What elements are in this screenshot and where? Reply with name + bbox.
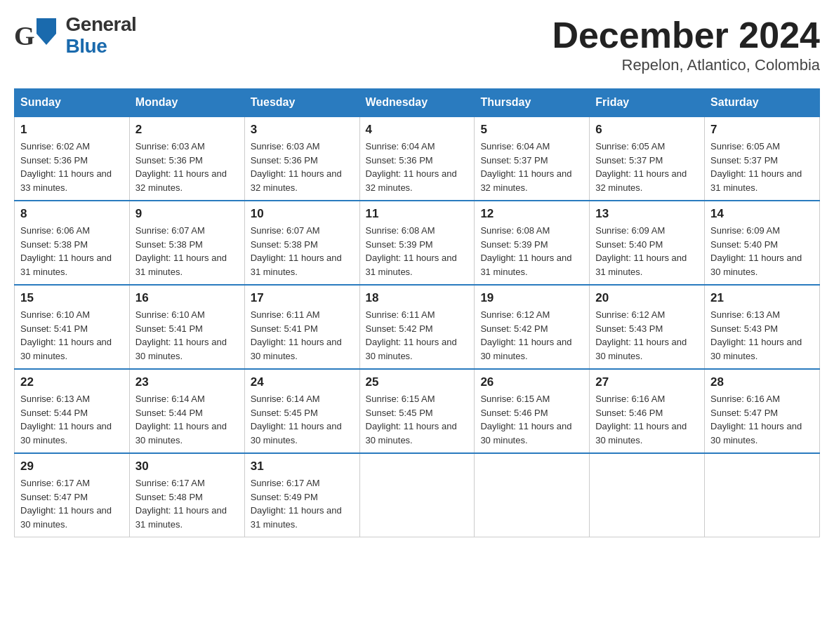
day-number: 25 <box>366 375 469 389</box>
calendar-cell <box>705 453 820 537</box>
day-number: 3 <box>251 123 354 137</box>
day-number: 10 <box>251 207 354 221</box>
page-header: G General Blue December 2024 Repelon, At… <box>14 14 820 74</box>
day-number: 20 <box>595 291 699 305</box>
day-number: 5 <box>480 123 583 137</box>
svg-marker-0 <box>37 18 56 34</box>
calendar-cell: 21Sunrise: 6:13 AMSunset: 5:43 PMDayligh… <box>705 285 820 369</box>
day-info: Sunrise: 6:11 AMSunset: 5:41 PMDaylight:… <box>251 308 354 363</box>
calendar-cell: 14Sunrise: 6:09 AMSunset: 5:40 PMDayligh… <box>705 201 820 285</box>
header-wednesday: Wednesday <box>359 89 475 117</box>
logo-general-text: General <box>66 14 137 36</box>
logo-blue-text: Blue <box>66 36 137 58</box>
day-number: 24 <box>251 375 354 389</box>
day-info: Sunrise: 6:07 AMSunset: 5:38 PMDaylight:… <box>251 224 354 279</box>
day-info: Sunrise: 6:09 AMSunset: 5:40 PMDaylight:… <box>595 224 699 279</box>
day-info: Sunrise: 6:05 AMSunset: 5:37 PMDaylight:… <box>595 140 699 194</box>
day-info: Sunrise: 6:04 AMSunset: 5:37 PMDaylight:… <box>480 140 583 194</box>
logo-g: G <box>14 22 35 49</box>
day-info: Sunrise: 6:14 AMSunset: 5:44 PMDaylight:… <box>135 392 239 447</box>
day-number: 16 <box>135 291 239 305</box>
day-info: Sunrise: 6:02 AMSunset: 5:36 PMDaylight:… <box>20 140 124 194</box>
calendar-cell: 19Sunrise: 6:12 AMSunset: 5:42 PMDayligh… <box>475 285 590 369</box>
calendar-cell: 7Sunrise: 6:05 AMSunset: 5:37 PMDaylight… <box>705 116 820 201</box>
day-info: Sunrise: 6:04 AMSunset: 5:36 PMDaylight:… <box>366 140 469 194</box>
calendar-cell: 15Sunrise: 6:10 AMSunset: 5:41 PMDayligh… <box>15 285 130 369</box>
calendar-cell: 6Sunrise: 6:05 AMSunset: 5:37 PMDaylight… <box>590 116 705 201</box>
header-sunday: Sunday <box>15 89 130 117</box>
day-info: Sunrise: 6:14 AMSunset: 5:45 PMDaylight:… <box>251 392 354 447</box>
calendar-cell: 11Sunrise: 6:08 AMSunset: 5:39 PMDayligh… <box>359 201 475 285</box>
day-number: 4 <box>366 123 469 137</box>
day-number: 26 <box>480 375 583 389</box>
calendar-cell: 30Sunrise: 6:17 AMSunset: 5:48 PMDayligh… <box>129 453 244 537</box>
day-info: Sunrise: 6:07 AMSunset: 5:38 PMDaylight:… <box>135 224 239 279</box>
calendar-cell: 20Sunrise: 6:12 AMSunset: 5:43 PMDayligh… <box>590 285 705 369</box>
day-number: 30 <box>135 459 239 474</box>
day-number: 11 <box>366 207 469 221</box>
day-number: 15 <box>20 291 124 305</box>
calendar-week-3: 15Sunrise: 6:10 AMSunset: 5:41 PMDayligh… <box>15 285 820 369</box>
calendar-cell <box>475 453 590 537</box>
calendar-cell: 13Sunrise: 6:09 AMSunset: 5:40 PMDayligh… <box>590 201 705 285</box>
day-number: 21 <box>710 291 814 305</box>
page-subtitle: Repelon, Atlantico, Colombia <box>552 56 820 74</box>
day-info: Sunrise: 6:17 AMSunset: 5:47 PMDaylight:… <box>20 476 124 531</box>
svg-marker-1 <box>37 34 56 45</box>
day-info: Sunrise: 6:16 AMSunset: 5:47 PMDaylight:… <box>710 392 814 447</box>
header-monday: Monday <box>129 89 244 117</box>
day-info: Sunrise: 6:17 AMSunset: 5:49 PMDaylight:… <box>251 476 354 531</box>
day-info: Sunrise: 6:03 AMSunset: 5:36 PMDaylight:… <box>135 140 239 194</box>
title-section: December 2024 Repelon, Atlantico, Colomb… <box>552 14 820 74</box>
calendar-cell <box>359 453 475 537</box>
calendar-week-1: 1Sunrise: 6:02 AMSunset: 5:36 PMDaylight… <box>15 116 820 201</box>
calendar-cell: 31Sunrise: 6:17 AMSunset: 5:49 PMDayligh… <box>244 453 359 537</box>
calendar-week-4: 22Sunrise: 6:13 AMSunset: 5:44 PMDayligh… <box>15 369 820 453</box>
calendar-cell: 18Sunrise: 6:11 AMSunset: 5:42 PMDayligh… <box>359 285 475 369</box>
day-info: Sunrise: 6:12 AMSunset: 5:43 PMDaylight:… <box>595 308 699 363</box>
day-info: Sunrise: 6:08 AMSunset: 5:39 PMDaylight:… <box>480 224 583 279</box>
calendar-cell: 4Sunrise: 6:04 AMSunset: 5:36 PMDaylight… <box>359 116 475 201</box>
calendar-cell: 22Sunrise: 6:13 AMSunset: 5:44 PMDayligh… <box>15 369 130 453</box>
calendar-cell: 1Sunrise: 6:02 AMSunset: 5:36 PMDaylight… <box>15 116 130 201</box>
day-info: Sunrise: 6:11 AMSunset: 5:42 PMDaylight:… <box>366 308 469 363</box>
day-info: Sunrise: 6:16 AMSunset: 5:46 PMDaylight:… <box>595 392 699 447</box>
calendar-cell: 9Sunrise: 6:07 AMSunset: 5:38 PMDaylight… <box>129 201 244 285</box>
calendar-cell: 10Sunrise: 6:07 AMSunset: 5:38 PMDayligh… <box>244 201 359 285</box>
header-saturday: Saturday <box>705 89 820 117</box>
calendar-header: Sunday Monday Tuesday Wednesday Thursday… <box>15 89 820 117</box>
day-info: Sunrise: 6:08 AMSunset: 5:39 PMDaylight:… <box>366 224 469 279</box>
calendar-cell: 3Sunrise: 6:03 AMSunset: 5:36 PMDaylight… <box>244 116 359 201</box>
day-info: Sunrise: 6:17 AMSunset: 5:48 PMDaylight:… <box>135 476 239 531</box>
day-info: Sunrise: 6:09 AMSunset: 5:40 PMDaylight:… <box>710 224 814 279</box>
header-row: Sunday Monday Tuesday Wednesday Thursday… <box>15 89 820 117</box>
calendar-cell: 12Sunrise: 6:08 AMSunset: 5:39 PMDayligh… <box>475 201 590 285</box>
day-info: Sunrise: 6:03 AMSunset: 5:36 PMDaylight:… <box>251 140 354 194</box>
day-number: 27 <box>595 375 699 389</box>
logo-graphic <box>37 18 65 53</box>
logo: G General Blue <box>14 14 136 58</box>
day-info: Sunrise: 6:12 AMSunset: 5:42 PMDaylight:… <box>480 308 583 363</box>
day-number: 13 <box>595 207 699 221</box>
day-number: 9 <box>135 207 239 221</box>
day-number: 18 <box>366 291 469 305</box>
calendar-table: Sunday Monday Tuesday Wednesday Thursday… <box>14 88 820 537</box>
logo-flag-icon <box>37 18 65 50</box>
calendar-cell <box>590 453 705 537</box>
day-info: Sunrise: 6:10 AMSunset: 5:41 PMDaylight:… <box>20 308 124 363</box>
calendar-cell: 29Sunrise: 6:17 AMSunset: 5:47 PMDayligh… <box>15 453 130 537</box>
calendar-cell: 17Sunrise: 6:11 AMSunset: 5:41 PMDayligh… <box>244 285 359 369</box>
calendar-cell: 28Sunrise: 6:16 AMSunset: 5:47 PMDayligh… <box>705 369 820 453</box>
day-number: 7 <box>710 123 814 137</box>
calendar-cell: 2Sunrise: 6:03 AMSunset: 5:36 PMDaylight… <box>129 116 244 201</box>
day-number: 17 <box>251 291 354 305</box>
day-number: 28 <box>710 375 814 389</box>
day-number: 31 <box>251 459 354 474</box>
day-number: 14 <box>710 207 814 221</box>
calendar-cell: 23Sunrise: 6:14 AMSunset: 5:44 PMDayligh… <box>129 369 244 453</box>
calendar-cell: 26Sunrise: 6:15 AMSunset: 5:46 PMDayligh… <box>475 369 590 453</box>
calendar-week-5: 29Sunrise: 6:17 AMSunset: 5:47 PMDayligh… <box>15 453 820 537</box>
calendar-cell: 8Sunrise: 6:06 AMSunset: 5:38 PMDaylight… <box>15 201 130 285</box>
day-info: Sunrise: 6:06 AMSunset: 5:38 PMDaylight:… <box>20 224 124 279</box>
day-number: 23 <box>135 375 239 389</box>
